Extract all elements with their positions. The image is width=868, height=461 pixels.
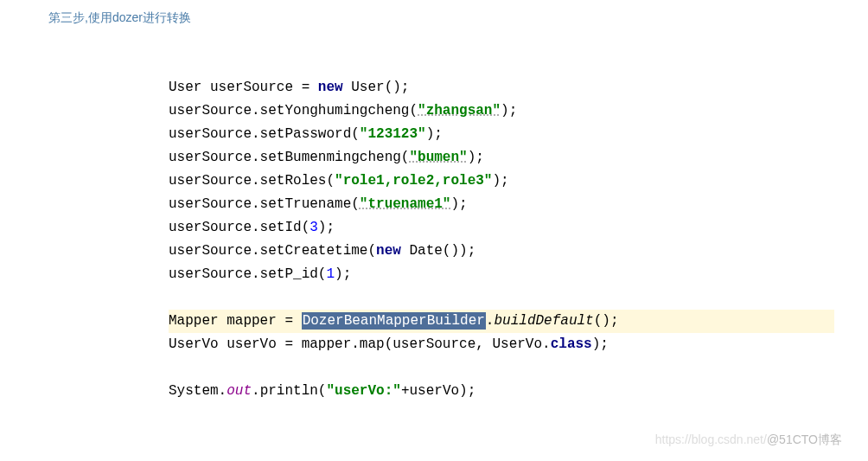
code-text: .println( [252, 383, 326, 399]
code-line: userSource.setTruename("truename1"); [169, 193, 834, 216]
code-text: ); [592, 336, 609, 352]
code-line: User userSource = new User(); [169, 76, 834, 99]
code-line: userSource.setId(3); [169, 216, 834, 240]
code-text: Date()); [401, 243, 475, 259]
code-text: ); [468, 150, 484, 165]
static-field: out [227, 383, 252, 399]
keyword-class: class [551, 336, 592, 352]
code-text: ); [426, 126, 443, 142]
code-line: UserVo userVo = mapper.map(userSource, U… [169, 333, 834, 356]
string-literal: "role1,role2,role3" [335, 173, 492, 189]
method-call: buildDefault [494, 313, 593, 329]
highlighted-line: Mapper mapper = DozerBeanMapperBuilder.b… [169, 310, 834, 333]
code-text: userSource.setYonghumingcheng( [169, 103, 418, 118]
number-literal: 1 [326, 266, 335, 282]
code-line: userSource.setRoles("role1,role2,role3")… [169, 170, 834, 193]
code-block: User userSource = new User(); userSource… [169, 76, 834, 403]
code-text: User userSource = [169, 80, 318, 95]
string-literal: "userVo:" [326, 383, 400, 399]
watermark-right: @51CTO博客 [767, 432, 842, 446]
code-text: userSource.setTruename( [169, 196, 360, 212]
code-text: userSource.setBumenmingcheng( [169, 150, 409, 165]
code-text: ); [501, 103, 517, 118]
keyword-new: new [318, 80, 343, 95]
code-line: userSource.setBumenmingcheng("bumen"); [169, 146, 834, 170]
code-text: userSource.setId( [169, 220, 310, 235]
code-text: userSource.setRoles( [169, 173, 335, 189]
code-text: System. [169, 383, 227, 399]
code-text: userSource.setP_id( [169, 266, 326, 282]
code-text: User(); [343, 80, 410, 95]
number-literal: 3 [310, 220, 318, 235]
code-text: ); [318, 220, 335, 235]
code-text: ); [450, 196, 467, 212]
string-literal: "zhangsan" [418, 103, 501, 118]
code-line: userSource.setPassword("123123"); [169, 123, 834, 146]
code-text: Mapper mapper = [169, 313, 302, 329]
string-literal: "123123" [360, 126, 426, 142]
code-line [169, 286, 834, 310]
section-title: 第三步,使用dozer进行转换 [48, 10, 191, 26]
string-literal: "bumen" [409, 150, 467, 165]
code-text: ); [335, 266, 351, 282]
code-text: userSource.setCreatetime( [169, 243, 376, 259]
code-text: ); [492, 173, 508, 189]
code-text: (); [594, 313, 619, 329]
code-line: userSource.setYonghumingcheng("zhangsan"… [169, 99, 834, 123]
string-literal: "truename1" [360, 196, 451, 212]
code-text: UserVo userVo = mapper.map(userSource, U… [169, 336, 551, 352]
code-text: +userVo); [401, 383, 475, 399]
watermark-left: https://blog.csdn.net/ [655, 432, 767, 446]
code-line: userSource.setP_id(1); [169, 263, 834, 286]
keyword-new: new [376, 243, 401, 259]
selected-text: DozerBeanMapperBuilder [302, 312, 486, 330]
code-line [169, 356, 834, 380]
watermark: https://blog.csdn.net/@51CTO博客 [655, 432, 842, 448]
code-line: System.out.println("userVo:"+userVo); [169, 380, 834, 403]
code-text: userSource.setPassword( [169, 126, 360, 142]
code-line: userSource.setCreatetime(new Date()); [169, 240, 834, 263]
